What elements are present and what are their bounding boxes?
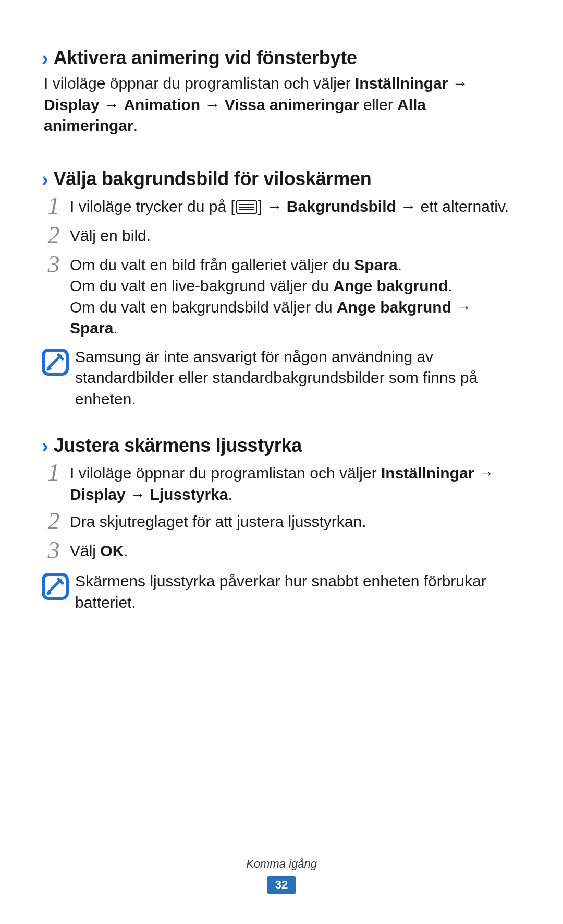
text: Välj — [70, 542, 100, 559]
step-text: Välj OK. — [70, 539, 521, 562]
step-text: I viloläge trycker du på [] → Bakgrundsb… — [70, 195, 521, 218]
step-number: 3 — [42, 253, 66, 277]
section-title: Aktivera animering vid fönsterbyte — [54, 47, 357, 69]
step-text: Om du valt en bild från galleriet väljer… — [70, 254, 521, 339]
bold-text: OK — [100, 542, 124, 559]
note-icon — [42, 573, 69, 600]
bold-text: Ljusstyrka — [150, 486, 228, 503]
chevron-icon: › — [42, 170, 48, 189]
step-item: 2 Dra skjutreglaget för att justera ljus… — [42, 510, 521, 534]
bold-text: Display — [44, 96, 100, 113]
text: ] → — [258, 198, 287, 215]
text: . — [113, 319, 117, 337]
step-item: 1 I viloläge trycker du på [] → Bakgrund… — [42, 195, 521, 219]
bold-text: Ange bakgrund — [337, 298, 451, 316]
step-item: 3 Om du valt en bild från galleriet välj… — [42, 254, 521, 339]
bold-text: Spara — [70, 319, 113, 337]
note-text: Skärmens ljusstyrka påverkar hur snabbt … — [75, 571, 521, 613]
text: → — [448, 75, 468, 92]
note-text: Samsung är inte ansvarigt för någon anvä… — [75, 346, 521, 410]
bold-text: Spara — [354, 256, 397, 273]
text: Om du valt en bild från galleriet väljer… — [70, 256, 354, 273]
bold-text: Ange bakgrund — [333, 277, 448, 294]
step-number: 1 — [42, 461, 66, 485]
bold-text: Bakgrundsbild — [287, 198, 396, 215]
bold-text: Animation — [124, 96, 200, 113]
step-number: 1 — [42, 194, 66, 218]
step-item: 3 Välj OK. — [42, 539, 521, 563]
step-text: Välj en bild. — [70, 224, 521, 247]
step-item: 1 I viloläge öppnar du programlistan och… — [42, 462, 521, 505]
text: . — [124, 542, 128, 559]
bold-text: Inställningar — [381, 464, 474, 482]
step-list: 1 I viloläge trycker du på [] → Bakgrund… — [42, 195, 521, 339]
text: → ett alternativ. — [396, 198, 509, 215]
text: → — [100, 96, 124, 113]
step-number: 2 — [42, 509, 66, 533]
note-icon — [42, 349, 69, 376]
step-number: 3 — [42, 538, 66, 562]
section-title: Justera skärmens ljusstyrka — [54, 435, 302, 457]
step-text: I viloläge öppnar du programlistan och v… — [70, 462, 521, 505]
bold-text: Vissa animeringar — [225, 96, 359, 113]
chevron-icon: › — [42, 436, 48, 456]
step-number: 2 — [42, 223, 66, 247]
text: → — [451, 298, 471, 316]
section-heading-ljusstyrka: › Justera skärmens ljusstyrka — [42, 435, 521, 457]
section-heading-bakgrundsbild: › Välja bakgrundsbild för viloskärmen — [42, 168, 521, 190]
text: Om du valt en bakgrundsbild väljer du — [70, 298, 337, 316]
text: . — [398, 256, 402, 273]
page-number-badge: 32 — [267, 876, 296, 894]
text: → — [474, 464, 494, 482]
text: . — [133, 117, 138, 134]
section-heading-animering: › Aktivera animering vid fönsterbyte — [42, 47, 521, 69]
step-list: 1 I viloläge öppnar du programlistan och… — [42, 462, 521, 563]
menu-icon — [236, 200, 257, 214]
manual-page: › Aktivera animering vid fönsterbyte I v… — [0, 0, 563, 613]
page-footer: Komma igång 32 — [0, 857, 563, 894]
text: → — [126, 486, 150, 503]
section-body: I viloläge öppnar du programlistan och v… — [44, 73, 521, 137]
text: eller — [359, 96, 397, 113]
step-text: Dra skjutreglaget för att justera ljusst… — [70, 510, 521, 533]
note-block: Skärmens ljusstyrka påverkar hur snabbt … — [42, 571, 521, 613]
text: → — [200, 96, 225, 113]
step-item: 2 Välj en bild. — [42, 224, 521, 248]
footer-label: Komma igång — [0, 857, 563, 871]
chevron-icon: › — [42, 49, 48, 68]
text: Om du valt en live-bakgrund väljer du — [70, 277, 333, 294]
bold-text: Display — [70, 486, 126, 503]
bold-text: Inställningar — [355, 75, 448, 92]
text: I viloläge öppnar du programlistan och v… — [44, 75, 355, 92]
text: I viloläge öppnar du programlistan och v… — [70, 464, 381, 482]
section-title: Välja bakgrundsbild för viloskärmen — [54, 168, 372, 190]
text: . — [228, 486, 232, 503]
note-block: Samsung är inte ansvarigt för någon anvä… — [42, 346, 521, 410]
text: . — [448, 277, 452, 294]
text: I viloläge trycker du på [ — [70, 198, 235, 215]
